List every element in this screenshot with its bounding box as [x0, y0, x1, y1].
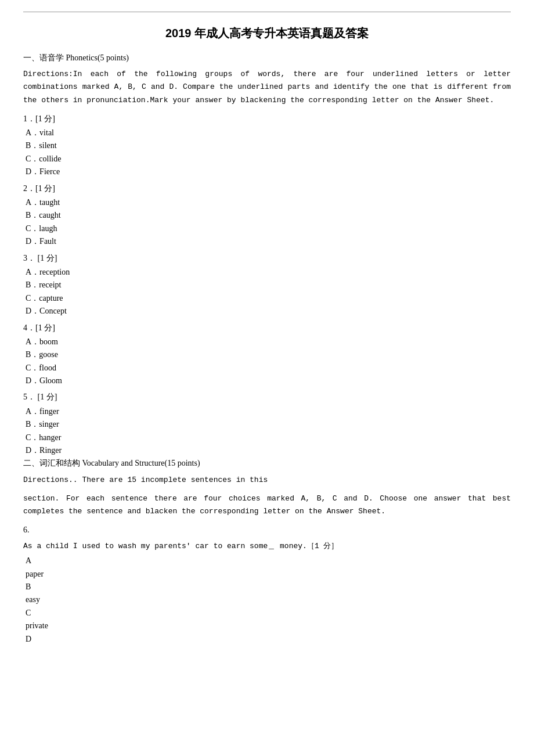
option-1-B: B．silent — [26, 139, 511, 152]
question6-number: 6. — [23, 524, 511, 537]
question-number-5: 5． [1 分] — [23, 391, 511, 404]
option-3-A: A．reception — [26, 266, 511, 279]
question6-sentence: As a child I used to wash my parents' ca… — [23, 541, 511, 553]
option-2-A: A．taught — [26, 196, 511, 209]
option-5-C: C．hanger — [26, 431, 511, 444]
option-4-B: B．goose — [26, 348, 511, 361]
option-4-A: A．boom — [26, 336, 511, 348]
option-3-B: B．receipt — [26, 279, 511, 291]
section2-directions-1: Directions.. There are 15 incomplete sen… — [23, 474, 511, 487]
section2-header: 二、词汇和结构 Vocabulary and Structure(15 poin… — [23, 457, 511, 470]
section1-header: 一、语音学 Phonetics(5 points) — [23, 52, 511, 64]
q6-letter-D: D — [26, 633, 511, 646]
option-5-D: D．Ringer — [26, 444, 511, 457]
question-number-2: 2．[1 分] — [23, 182, 511, 195]
q6-option-text-A: paper — [26, 568, 511, 581]
option-2-D: D．Fault — [26, 235, 511, 248]
option-3-D: D．Concept — [26, 305, 511, 318]
option-1-C: C．collide — [26, 153, 511, 165]
option-1-A: A．vital — [26, 127, 511, 139]
option-2-B: B．caught — [26, 209, 511, 222]
option-3-C: C．capture — [26, 292, 511, 305]
section2-directions-2: section. For each sentence there are fou… — [23, 492, 511, 518]
q6-option-text-B: easy — [26, 593, 511, 606]
q6-letter-A: A — [26, 555, 511, 567]
question6-options: ApaperBeasyCprivateD — [23, 555, 511, 646]
question-number-3: 3． [1 分] — [23, 252, 511, 265]
question-number-1: 1．[1 分] — [23, 113, 511, 125]
option-1-D: D．Fierce — [26, 165, 511, 178]
option-4-C: C．flood — [26, 362, 511, 375]
option-2-C: C．laugh — [26, 222, 511, 235]
option-4-D: D．Gloom — [26, 375, 511, 387]
option-5-A: A．finger — [26, 405, 511, 418]
section1-questions: 1．[1 分]A．vitalB．silentC．collideD．Fierce2… — [23, 113, 511, 458]
q6-letter-B: B — [26, 581, 511, 593]
question-number-4: 4．[1 分] — [23, 322, 511, 334]
page-title: 2019 年成人高考专升本英语真题及答案 — [23, 24, 511, 42]
q6-letter-C: C — [26, 607, 511, 620]
option-5-B: B．singer — [26, 418, 511, 431]
q6-option-text-C: private — [26, 620, 511, 632]
section1-directions: Directions:In each of the following grou… — [23, 68, 511, 106]
top-border — [23, 12, 511, 12]
